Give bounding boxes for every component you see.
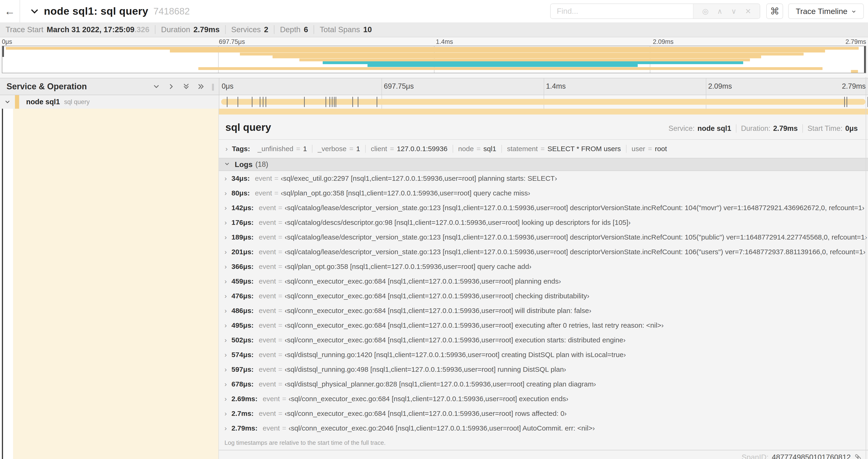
span-bar-cell[interactable] [219,95,868,109]
log-marker-tick[interactable] [252,97,252,107]
tag-equals: = [390,145,394,153]
log-row[interactable]: ›189μs:event=‹sql/catalog/lease/descript… [219,230,868,244]
logs-toggle-header[interactable]: Logs (18) [219,158,868,171]
chevron-down-icon [851,7,856,16]
log-marker-tick[interactable] [263,97,264,107]
expand-all-icon[interactable] [197,83,205,91]
minimap-span [170,50,825,53]
log-event-key: event [263,424,280,432]
span-detail-header: sql query Service: node sql1 Duration: 2… [219,114,868,140]
log-marker-tick[interactable] [377,97,377,107]
log-equals: = [282,424,286,432]
span-service-name[interactable]: node sql1 [26,98,60,106]
chevron-right-icon: › [224,365,227,373]
services-value: 2 [264,25,268,34]
log-marker-tick[interactable] [326,97,326,107]
span-color-strip [219,109,868,114]
span-row-name-cell[interactable]: node sql1 sql query [0,95,219,109]
log-row[interactable]: ›201μs:event=‹sql/catalog/lease/descript… [219,244,868,259]
span-duration-bar[interactable] [221,99,865,105]
log-timestamp: 495μs: [231,321,254,329]
log-row[interactable]: ›142μs:event=‹sql/catalog/lease/descript… [219,200,868,215]
log-timestamp: 176μs: [231,219,254,226]
scrollbar-track[interactable] [866,77,868,459]
log-marker-tick[interactable] [238,97,238,107]
log-row[interactable]: ›495μs:event=‹sql/conn_executor_exec.go:… [219,318,868,333]
timeline-tick-label: 0μs [219,82,234,91]
log-row[interactable]: ›476μs:event=‹sql/conn_executor_exec.go:… [219,289,868,303]
meta-service-value: node sql1 [698,124,731,133]
log-event-key: event [259,409,276,418]
minimap-span [368,64,638,67]
minimap-left-handle[interactable] [2,46,4,57]
log-marker-tick[interactable] [260,97,260,107]
log-row[interactable]: ›176μs:event=‹sql/catalog/descs/descript… [219,215,868,230]
collapse-one-icon[interactable] [152,83,160,91]
column-resizer-handle[interactable]: ∥ [211,83,215,91]
chevron-right-icon: › [224,336,227,344]
log-row[interactable]: ›2.69ms:event=‹sql/conn_executor_exec.go… [219,391,868,406]
log-event-key: event [259,351,276,359]
tags-toggle-row[interactable]: › Tags: _unfinished=1_verbose=1client=12… [219,140,868,158]
chevron-right-icon: › [224,351,227,359]
log-row[interactable]: ›459μs:event=‹sql/conn_executor_exec.go:… [219,274,868,289]
log-message: ‹sql/conn_executor_exec.go:684 [nsql1,cl… [285,307,591,315]
log-event-key: event [263,395,280,403]
log-row[interactable]: ›502μs:event=‹sql/conn_executor_exec.go:… [219,333,868,347]
clear-find-icon[interactable]: ✕ [745,7,751,15]
log-message: ‹sql/exec_util.go:2297 [nsql1,client=127… [281,174,557,183]
tag-key: node [458,145,474,153]
log-row[interactable]: ›2.79ms:event=‹sql/conn_executor_exec.go… [219,421,868,435]
log-event-key: event [259,263,276,270]
keyboard-shortcuts-button[interactable]: ⌘ [766,3,783,19]
log-marker-tick[interactable] [358,97,359,107]
meta-service: Service: node sql1 [664,124,736,133]
tag-item: statement=SELECT * FROM users [501,145,626,153]
log-timestamp: 476μs: [231,292,254,300]
log-marker-tick[interactable] [846,97,847,107]
trace-view-dropdown[interactable]: Trace Timeline [788,3,864,19]
duration-value: 2.79ms [193,25,220,34]
minimap-span [323,61,743,64]
log-timestamp: 486μs: [231,307,254,315]
back-button[interactable]: ← [0,0,20,22]
tags-label: Tags: [232,145,250,153]
tag-equals: = [349,145,353,153]
log-marker-tick[interactable] [336,97,336,107]
tag-item: client=127.0.0.1:59936 [365,145,453,153]
log-row[interactable]: ›678μs:event=‹sql/distsql_physical_plann… [219,377,868,391]
log-row[interactable]: ›2.7ms:event=‹sql/conn_executor_exec.go:… [219,406,868,421]
log-row[interactable]: ›366μs:event=‹sql/plan_opt.go:358 [nsql1… [219,259,868,274]
span-operation-name: sql query [64,98,90,106]
trace-summary-bar: Trace Start March 31 2022, 17:25:09.326 … [0,22,868,37]
log-marker-tick[interactable] [844,97,845,107]
prev-match-icon[interactable]: ∧ [717,7,723,15]
minimap-right-handle[interactable] [864,46,866,73]
minimap-canvas[interactable] [2,46,866,73]
collapse-all-icon[interactable] [182,83,190,91]
collapse-trace-icon[interactable] [30,6,39,16]
next-match-icon[interactable]: ∨ [731,7,736,15]
expand-one-icon[interactable] [167,83,175,91]
log-row[interactable]: ›80μs:event=‹sql/plan_opt.go:358 [nsql1,… [219,186,868,200]
log-row[interactable]: ›574μs:event=‹sql/distsql_running.go:142… [219,347,868,362]
trace-title: node sql1: sql query [44,5,148,17]
span-collapse-icon[interactable] [0,99,15,105]
log-row[interactable]: ›597μs:event=‹sql/distsql_running.go:498… [219,362,868,377]
chevron-right-icon: › [224,380,227,388]
locate-icon[interactable]: ◎ [702,7,708,15]
log-marker-tick[interactable] [332,97,333,107]
find-input[interactable] [551,4,693,19]
log-marker-tick[interactable] [266,97,266,107]
chevron-right-icon: › [224,189,227,197]
minimap-tick-labels: 0μs697.75μs1.4ms2.09ms2.79ms [0,37,868,46]
log-marker-tick[interactable] [304,97,305,107]
log-marker-tick[interactable] [352,97,353,107]
log-row[interactable]: ›486μs:event=‹sql/conn_executor_exec.go:… [219,303,868,318]
trace-start-item: Trace Start March 31 2022, 17:25:09.326 [0,25,155,34]
log-marker-tick[interactable] [227,97,227,107]
log-row[interactable]: ›34μs:event=‹sql/exec_util.go:2297 [nsql… [219,171,868,186]
log-marker-tick[interactable] [334,97,335,107]
copy-link-icon[interactable] [854,453,862,459]
log-marker-tick[interactable] [330,97,330,107]
